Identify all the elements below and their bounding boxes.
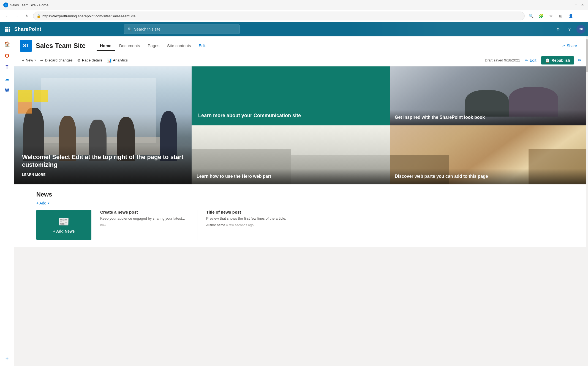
- rail-home-icon[interactable]: 🏠: [2, 39, 13, 50]
- main-content: ST Sales Team Site Home Documents Pages …: [14, 36, 588, 366]
- news-preview-1-time: now: [100, 223, 188, 227]
- news-section: News + Add ▾ 📰 + Add News Create a news …: [14, 184, 588, 247]
- news-cards-container: 📰 + Add News Create a news post Keep you…: [36, 210, 588, 240]
- new-label: New: [26, 58, 33, 62]
- analytics-button[interactable]: 📊 Analytics: [105, 57, 130, 64]
- discard-icon: ↩: [40, 58, 43, 63]
- news-post-preview: Preview that shows the first few lines o…: [206, 216, 294, 221]
- new-button[interactable]: + New ▾: [20, 57, 38, 64]
- extensions-icon[interactable]: 🧩: [537, 12, 545, 20]
- favorites-icon[interactable]: ☆: [547, 12, 555, 20]
- page-details-label: Page details: [82, 58, 102, 62]
- chevron-down-icon: ▾: [34, 59, 36, 62]
- page-title: Sales Team Site - Home: [10, 3, 48, 7]
- sp-topbar: SharePoint 🔍 Search this site ⚙ ? CP: [0, 22, 588, 36]
- left-rail: 🏠 O T ☁ W +: [0, 36, 14, 366]
- hero-tile-1[interactable]: Learn more about your Communication site: [192, 66, 390, 125]
- window-controls: — □ ✕: [567, 3, 585, 7]
- minimize-button[interactable]: —: [567, 3, 571, 7]
- rail-word-icon[interactable]: W: [2, 85, 13, 96]
- svg-rect-4: [7, 29, 9, 30]
- site-favicon: 🔷: [3, 2, 8, 7]
- discard-label: Discard changes: [45, 58, 73, 62]
- news-add-label: + Add: [36, 201, 46, 205]
- hero-tile-3-title: Learn how to use the Hero web part: [197, 174, 271, 179]
- forward-button[interactable]: →: [13, 12, 21, 20]
- browser-actions: 🔍 🧩 ☆ ⊞ 👤 ⋯: [527, 12, 585, 20]
- hero-tile-4-overlay: Discover web parts you can add to this p…: [390, 169, 588, 184]
- browser-title: 🔷 Sales Team Site - Home: [3, 2, 48, 7]
- discard-button[interactable]: ↩ Discard changes: [38, 57, 75, 64]
- share-button[interactable]: ↗ Share: [562, 44, 577, 48]
- nav-site-contents[interactable]: Site contents: [164, 41, 194, 51]
- browser-toolbar: ← → ↻ 🔒 https://9experttraining.sharepoi…: [0, 10, 588, 22]
- news-post-author: Author name: [206, 223, 225, 227]
- news-add-chevron: ▾: [48, 201, 50, 205]
- republish-icon: 📋: [545, 58, 550, 63]
- hero-learn-more[interactable]: LEARN MORE →: [22, 173, 184, 177]
- sp-brand-name[interactable]: SharePoint: [13, 26, 41, 32]
- pencil-button[interactable]: ✏: [577, 56, 582, 64]
- command-bar-right: Draft saved 9/18/2021 ✏ Edit 📋 Republish…: [485, 56, 582, 64]
- site-header: ST Sales Team Site Home Documents Pages …: [14, 36, 588, 54]
- nav-pages[interactable]: Pages: [145, 41, 163, 51]
- draft-saved-text: Draft saved 9/18/2021: [485, 58, 520, 62]
- analytics-label: Analytics: [113, 58, 128, 62]
- news-add-row[interactable]: + Add ▾: [36, 201, 588, 205]
- hero-main-overlay: Welcome! Select Edit at the top right of…: [14, 146, 192, 184]
- news-card-icon: 📰: [58, 216, 69, 227]
- republish-button[interactable]: 📋 Republish: [541, 56, 574, 64]
- more-icon[interactable]: ⋯: [576, 12, 585, 20]
- analytics-icon: 📊: [107, 58, 111, 63]
- scrollbar[interactable]: [586, 36, 588, 257]
- news-post-title[interactable]: Title of news post: [206, 210, 294, 214]
- scrollbar-thumb[interactable]: [586, 39, 588, 72]
- site-logo-initials: ST: [23, 43, 29, 48]
- profile-icon[interactable]: 👤: [567, 12, 575, 20]
- hero-tile-3[interactable]: Learn how to use the Hero web part: [192, 125, 390, 184]
- search-icon: 🔍: [127, 27, 132, 31]
- share-icon: ↗: [562, 44, 565, 48]
- sp-search-box[interactable]: 🔍 Search this site: [124, 25, 239, 34]
- rail-teams-icon[interactable]: T: [2, 62, 13, 73]
- news-create-card[interactable]: 📰 + Add News: [36, 210, 91, 240]
- news-add-label-card: + Add News: [53, 229, 75, 233]
- waffle-menu[interactable]: [3, 24, 13, 34]
- edit-label: Edit: [530, 58, 536, 63]
- nav-edit[interactable]: Edit: [195, 41, 209, 51]
- browser-window: 🔷 Sales Team Site - Home — □ ✕ ← → ↻ 🔒 h…: [0, 0, 588, 366]
- share-label: Share: [567, 44, 577, 48]
- sidebar-icon[interactable]: ⊞: [557, 12, 565, 20]
- hero-main-tile[interactable]: Welcome! Select Edit at the top right of…: [14, 66, 192, 184]
- hero-tile-3-overlay: Learn how to use the Hero web part: [192, 169, 390, 184]
- edit-button[interactable]: ✏ Edit: [523, 57, 538, 64]
- zoom-icon[interactable]: 🔍: [527, 12, 535, 20]
- svg-rect-2: [9, 27, 10, 28]
- page-details-button[interactable]: ⚙ Page details: [75, 57, 105, 64]
- nav-home[interactable]: Home: [97, 41, 115, 51]
- svg-rect-8: [9, 30, 10, 32]
- rail-add-icon[interactable]: +: [2, 353, 13, 364]
- news-preview-1-title[interactable]: Create a news post: [100, 210, 188, 214]
- back-button[interactable]: ←: [3, 12, 11, 20]
- hero-tile-4[interactable]: Discover web parts you can add to this p…: [390, 125, 588, 184]
- hero-tile-2-overlay: Get inspired with the SharePoint look bo…: [390, 110, 588, 125]
- rail-office-icon[interactable]: O: [2, 50, 13, 61]
- svg-rect-0: [5, 27, 7, 28]
- plus-icon: +: [22, 58, 24, 63]
- hero-tile-2[interactable]: Get inspired with the SharePoint look bo…: [390, 66, 588, 125]
- hero-tile-2-title: Get inspired with the SharePoint look bo…: [395, 115, 485, 120]
- nav-documents[interactable]: Documents: [116, 41, 143, 51]
- refresh-button[interactable]: ↻: [23, 12, 31, 20]
- site-title-row: ST Sales Team Site Home Documents Pages …: [20, 40, 582, 52]
- site-nav: Home Documents Pages Site contents Edit: [97, 41, 209, 51]
- news-preview-1: Create a news post Keep your audience en…: [100, 210, 188, 240]
- news-post-time: A few seconds ago: [226, 223, 254, 227]
- lock-icon: 🔒: [37, 14, 41, 18]
- rail-onedrive-icon[interactable]: ☁: [2, 73, 13, 84]
- hero-tile-4-title: Discover web parts you can add to this p…: [395, 174, 488, 179]
- close-button[interactable]: ✕: [580, 3, 585, 7]
- address-bar[interactable]: 🔒 https://9experttraining.sharepoint.com…: [33, 12, 525, 20]
- svg-rect-5: [9, 29, 10, 30]
- maximize-button[interactable]: □: [574, 3, 578, 7]
